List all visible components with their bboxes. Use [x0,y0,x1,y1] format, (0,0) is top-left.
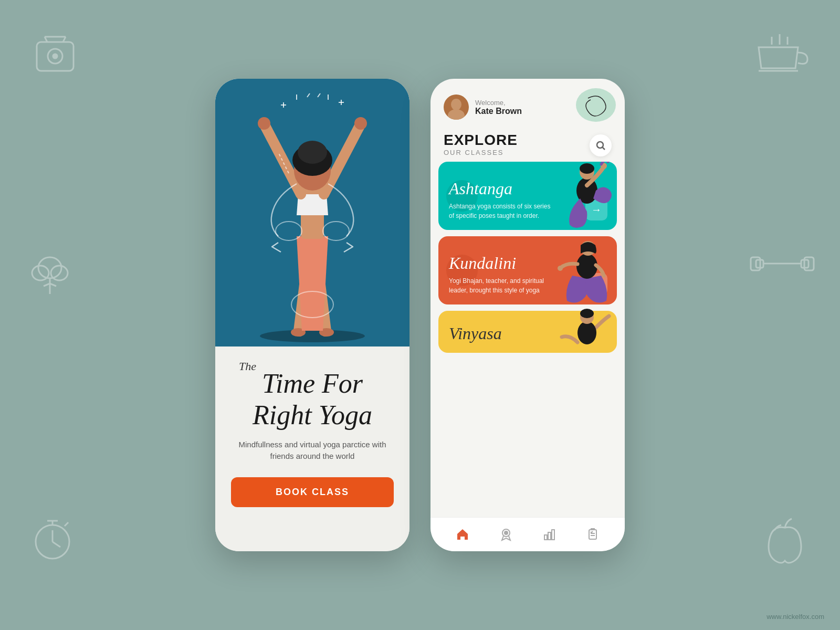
svg-point-69 [505,531,508,534]
search-button[interactable] [590,134,612,156]
left-phone-content: The Time For Right Yoga Mindfullness and… [215,346,410,551]
hero-image [215,79,410,346]
svg-point-40 [298,141,327,164]
kundalini-desc: Yogi Bhajan, teacher, and spiritual lead… [449,276,554,295]
subtitle-text: Mindfullness and virtual yoga parctice w… [231,439,394,463]
svg-point-37 [354,117,367,130]
explore-title: EXPLORE [444,132,518,149]
nav-home[interactable] [448,523,477,545]
svg-point-62 [576,254,597,279]
watermark: www.nickelfox.com [766,613,824,621]
svg-point-67 [580,309,594,318]
apple-icon [761,514,808,567]
svg-point-55 [576,88,616,122]
nav-tasks[interactable] [578,523,607,545]
avatar [444,94,469,120]
svg-point-60 [580,163,594,174]
svg-point-6 [38,257,61,278]
svg-point-53 [451,99,461,110]
svg-line-11 [50,284,56,286]
vinyasa-card[interactable]: Vinyasa [438,311,617,353]
explore-text: EXPLORE OUR CLASSES [444,132,518,156]
svg-line-10 [44,284,50,286]
svg-rect-73 [589,530,596,539]
kundalini-card[interactable]: Kundalini Yogi Bhajan, teacher, and spir… [438,236,617,304]
svg-point-5 [53,54,57,58]
classes-list: Ashtanga Ashtanga yoga consists of six s… [430,162,625,517]
tea-cup-icon [751,29,808,76]
svg-line-14 [52,542,60,547]
dumbbell-icon [748,247,816,281]
left-phone: The Time For Right Yoga Mindfullness and… [215,79,410,551]
nav-stats[interactable] [534,523,564,545]
svg-line-57 [603,148,605,150]
book-class-button[interactable]: BOOK CLASS [231,477,394,507]
explore-row: EXPLORE OUR CLASSES [430,128,625,162]
nav-achievements[interactable] [491,523,521,545]
svg-point-64 [558,266,563,271]
broccoli-icon [29,252,71,294]
svg-point-28 [260,330,365,342]
main-title: Time For Right Yoga [231,368,394,431]
svg-point-36 [258,117,270,130]
explore-subtitle: OUR CLASSES [444,149,518,156]
vinyasa-figure [556,306,620,363]
phones-container: The Time For Right Yoga Mindfullness and… [215,79,625,551]
timer-icon [29,514,76,562]
svg-line-17 [65,522,68,526]
ashtanga-figure [556,162,620,233]
ashtanga-card[interactable]: Ashtanga Ashtanga yoga consists of six s… [438,162,617,230]
bottom-nav [430,517,625,551]
scale-icon [32,32,79,79]
svg-rect-70 [544,535,547,540]
right-phone: Welcome, Kate Brown EXPLORE OUR CLASSES [430,79,625,551]
kundalini-figure [556,223,620,307]
ashtanga-desc: Ashtanga yoga consists of six series of … [449,202,554,220]
svg-rect-72 [552,530,554,540]
svg-point-65 [578,321,596,344]
svg-rect-71 [548,532,551,540]
header: Welcome, Kate Brown [430,79,625,128]
svg-point-56 [597,142,603,148]
